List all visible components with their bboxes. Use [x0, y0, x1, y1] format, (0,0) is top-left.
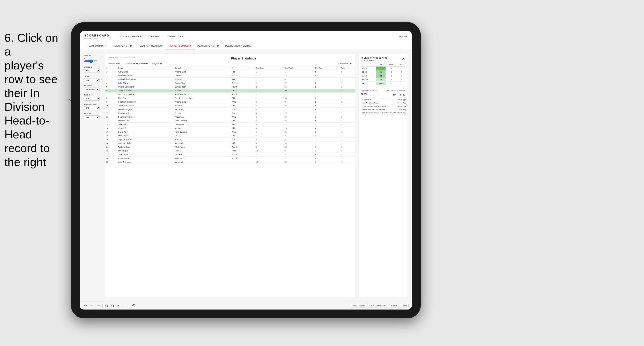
table-row[interactable]: 1 Wenyi Ding Arizona State First 1 1 8 1: [105, 70, 356, 74]
cell-conf: 27: [284, 157, 314, 160]
cell-yr: Fifth: [230, 142, 254, 145]
table-row[interactable]: 15 Jake Hall Tennessee Fifth 3 22 1 1: [105, 123, 356, 127]
table-row[interactable]: 7 Nicholas Gabrelcik North Florida Fourt…: [105, 93, 356, 96]
table-row[interactable]: 25 Cole Sherwood Vanderbilt 12 23 1 1: [105, 160, 356, 164]
tab-player-h2h-grid[interactable]: PLAYER H2H GRID: [194, 43, 222, 49]
table-row[interactable]: 2 Michael La Sasso Ole Miss Second 1 18 …: [105, 74, 356, 78]
copy-button[interactable]: ⧉: [104, 303, 108, 308]
table-row[interactable]: 16 Alex Goff Kentucky Fifth 8 19 0 1: [105, 127, 356, 130]
forward-button[interactable]: ↪: [96, 303, 100, 308]
table-row[interactable]: 23 Jack Lundin Missouri Fourth 11 24 0 1: [105, 153, 356, 157]
cell-player: Taehoon Song: [117, 145, 174, 149]
region-select[interactable]: N/a: [84, 97, 100, 101]
table-row[interactable]: 6 Jackson Koivun Auburn First 1 20 1 1: [105, 89, 356, 93]
cell-school: Kentucky: [174, 127, 230, 130]
cell-reg: 3: [254, 123, 283, 127]
h2h-rank: >100: [361, 82, 376, 85]
year-select[interactable]: (All): [84, 78, 100, 82]
cell-num: 19: [105, 138, 117, 142]
nav-committee[interactable]: COMMITTEE: [163, 33, 188, 40]
cell-player: Jackson Koivun: [117, 89, 174, 93]
sign-out-link[interactable]: Sign out: [398, 35, 408, 38]
undo-button[interactable]: ↩: [83, 303, 88, 308]
h2h-rank: 26-50: [361, 74, 376, 78]
table-row[interactable]: 19 Tiger Christensen Arizona Third 8 23 …: [105, 138, 356, 142]
nav-teams[interactable]: TEAMS: [145, 33, 163, 40]
table-row[interactable]: 21 Taehoon Song Washington Fourth 6 23 1…: [105, 145, 356, 149]
h2h-col-win: Win: [376, 63, 386, 67]
cell-rds: 2: [314, 96, 340, 100]
cell-rds: 0: [314, 104, 340, 108]
save-custom-button[interactable]: Save Custom View: [368, 304, 388, 308]
cell-num: 1: [105, 70, 117, 74]
tab-player-summary[interactable]: PLAYER SUMMARY: [166, 43, 194, 49]
tournament-tbody: Amer Am Intercollegiate Stroke Play 4 -1…: [361, 101, 408, 115]
cell-reg: 1: [254, 70, 283, 74]
cell-win: 1: [340, 142, 356, 145]
no-rds-slider[interactable]: [84, 59, 98, 63]
table-row[interactable]: 10 Jacob Mou Olesen Arkansas Fifth 4 23 …: [105, 104, 356, 108]
cell-yr: First: [230, 134, 254, 138]
close-button[interactable]: ✕: [402, 57, 405, 60]
cell-win: 1: [340, 134, 356, 138]
cell-win: 1: [340, 89, 356, 93]
cell-school: Vanderbilt: [174, 142, 230, 145]
table-row[interactable]: 20 Matthew Riedel Vanderbilt Fifth 8 24 …: [105, 142, 356, 145]
cut-button[interactable]: ✂: [116, 303, 121, 308]
cell-num: 9: [105, 100, 117, 104]
cell-num: 12: [105, 111, 117, 115]
table-row[interactable]: 22 Ian Gilligan Florida Third 10 24 1 1: [105, 149, 356, 153]
share-button[interactable]: Share: [400, 304, 408, 308]
table-row[interactable]: 3 Michael Thorbjornsen Stanford First 1 …: [105, 78, 356, 81]
table-row[interactable]: 13 Phichaksn Maichon Texas A&M Third 6 3…: [105, 115, 356, 119]
cell-win: 1: [340, 130, 356, 134]
cell-rds: 1: [314, 160, 340, 164]
table-row[interactable]: 12 Brendan Valles Auburn Third 4 17 1 1: [105, 111, 356, 115]
cell-num: 13: [105, 115, 117, 119]
watch-button[interactable]: Watch: [390, 304, 398, 308]
player-select[interactable]: (All): [84, 115, 100, 119]
table-row[interactable]: 5 Christo Lamprecht Georgia Tech Fourth …: [105, 85, 356, 89]
cell-player: Wenyi Ding: [117, 70, 174, 74]
table-row[interactable]: 24 Bastien Amat New Mexico Fourth 1 27 2…: [105, 157, 356, 160]
table-row[interactable]: 4 Luke Claton Florida State Second 1 27 …: [105, 81, 356, 85]
table-row[interactable]: 17 David Ford North Carolina Third 4 21 …: [105, 130, 356, 134]
cell-num: 21: [105, 145, 117, 149]
tablet-screen: SCOREBOARD Powered by clippi TOURNAMENTS…: [80, 31, 412, 310]
standings-filters: Gender: Men Division: NCAA Division I Re…: [108, 62, 352, 65]
nav-tournaments[interactable]: TOURNAMENTS: [116, 33, 145, 40]
cell-player: Jack Lundin: [117, 153, 174, 157]
table-row[interactable]: 9 Preston Summerhays Arizona State Third…: [105, 100, 356, 104]
cell-player: Preston Summerhays: [117, 100, 174, 104]
tab-team-h2h-heatmap[interactable]: TEAM H2H HEATMAP: [135, 43, 166, 49]
timer-button[interactable]: ⏱: [131, 303, 136, 308]
cell-rds: 1: [314, 149, 340, 153]
table-row[interactable]: 11 Gordon Sargent Vanderbilt Third 4 21 …: [105, 108, 356, 111]
cell-player: Phichaksn Maichon: [117, 115, 174, 119]
tour-name: Amer Am Intercollegiate: [361, 101, 397, 105]
opponents-label: Opponents in division:: [361, 90, 378, 92]
cell-num: 10: [105, 104, 117, 108]
cell-reg: 4: [254, 130, 283, 134]
paste-button[interactable]: ⧉: [110, 303, 114, 308]
tab-player-h2h-heatmap[interactable]: PLAYER H2H HEATMAP: [222, 43, 256, 49]
conference-select[interactable]: (All): [84, 106, 100, 110]
cell-conf: 8: [284, 78, 314, 81]
tab-team-h2h-grid[interactable]: TEAM H2H GRID: [110, 43, 135, 49]
tab-team-summary[interactable]: TEAM SUMMARY: [84, 43, 110, 49]
dots-button[interactable]: ···: [123, 303, 127, 308]
cell-player: David Ford: [117, 130, 174, 134]
tour-name: Fallen Oak Collegiate Invitational: [361, 105, 397, 108]
gender-select[interactable]: Men: [84, 69, 100, 73]
view-original-button[interactable]: View: Original: [351, 304, 366, 308]
table-row[interactable]: 14 Maxwell Ford North Carolina Fifth 3 2…: [105, 119, 356, 123]
filter-conference: Conference (All): [84, 103, 102, 110]
table-row[interactable]: 8 Mats Ege East Tennessee State Fifth 1 …: [105, 96, 356, 100]
table-row[interactable]: 18 Luke Powell UCLA First 4 24 1 1: [105, 134, 356, 138]
redo-button[interactable]: ↩: [90, 303, 94, 308]
cell-rds: 0: [314, 119, 340, 123]
cell-yr: Third: [230, 111, 254, 115]
update-time: Update time: 27/03/2024 16:56:26: [108, 57, 135, 59]
division-select[interactable]: NCAA Division I: [84, 88, 100, 91]
cell-conf: 19: [284, 127, 314, 130]
